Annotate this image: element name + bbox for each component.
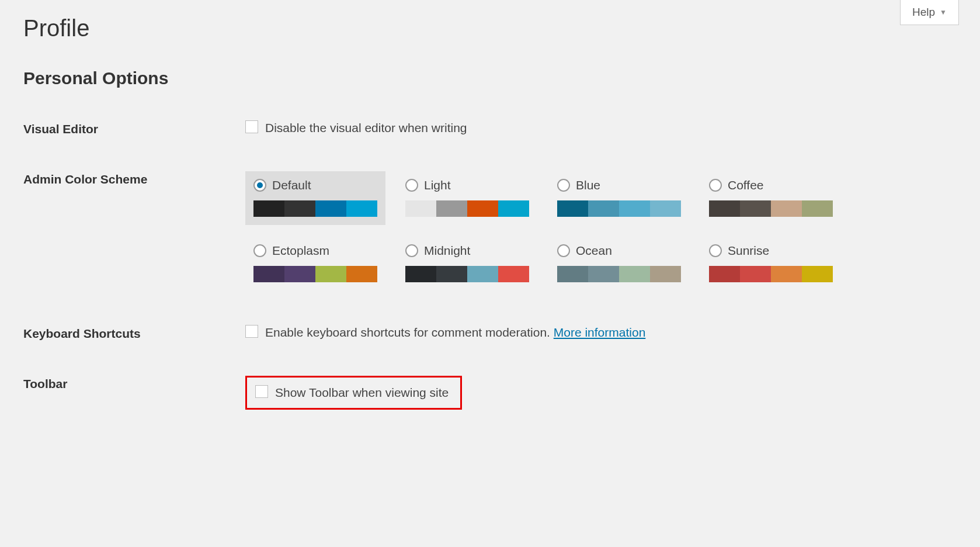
color-scheme-option-blue[interactable]: Blue [549,171,689,225]
toolbar-label: Toolbar [23,376,245,391]
keyboard-shortcuts-checkbox-label[interactable]: Enable keyboard shortcuts for comment mo… [265,326,645,340]
help-tab[interactable]: Help ▼ [900,0,959,25]
color-swatch [405,200,436,217]
color-swatches [253,200,377,217]
visual-editor-label: Visual Editor [23,121,245,136]
page-title: Profile [23,15,957,41]
color-swatches [253,266,377,282]
radio-icon [253,179,266,192]
color-swatch [315,200,346,217]
keyboard-shortcuts-label: Keyboard Shortcuts [23,326,245,341]
color-scheme-option-ectoplasm[interactable]: Ectoplasm [245,237,385,290]
color-swatch [557,200,588,217]
radio-icon [557,179,570,192]
color-swatch [436,200,467,217]
color-scheme-option-coffee[interactable]: Coffee [701,171,841,225]
chevron-down-icon: ▼ [940,8,947,16]
color-swatch [740,200,771,217]
color-swatch [498,266,529,282]
color-swatch [771,266,802,282]
color-scheme-option-label: Default [272,178,311,192]
color-scheme-option-label: Ocean [576,244,612,258]
color-swatch [284,200,315,217]
color-scheme-option-midnight[interactable]: Midnight [397,237,537,290]
color-swatch [253,266,284,282]
color-swatch [802,266,833,282]
radio-icon [405,179,418,192]
color-swatch [619,266,650,282]
color-swatch [650,266,681,282]
color-swatch [709,200,740,217]
visual-editor-checkbox[interactable] [245,120,258,133]
color-swatch [557,266,588,282]
color-swatch [315,266,346,282]
radio-icon [709,179,722,192]
color-swatch [771,200,802,217]
color-swatch [346,200,377,217]
color-swatch [284,266,315,282]
color-swatches [709,266,833,282]
color-swatch [405,266,436,282]
keyboard-shortcuts-more-link[interactable]: More information [554,326,646,339]
color-swatches [557,200,681,217]
color-swatch [650,200,681,217]
color-swatch [802,200,833,217]
color-scheme-option-label: Blue [576,178,600,192]
visual-editor-checkbox-label[interactable]: Disable the visual editor when writing [265,121,467,135]
help-label: Help [912,6,935,19]
toolbar-checkbox[interactable] [255,385,268,398]
color-swatches [405,200,529,217]
color-scheme-option-label: Midnight [424,244,470,258]
color-swatches [709,200,833,217]
color-swatch [619,200,650,217]
color-scheme-option-label: Light [424,178,451,192]
color-scheme-option-light[interactable]: Light [397,171,537,225]
radio-icon [405,244,418,257]
color-swatches [557,266,681,282]
color-scheme-option-ocean[interactable]: Ocean [549,237,689,290]
toolbar-checkbox-label[interactable]: Show Toolbar when viewing site [275,386,449,400]
color-swatch [436,266,467,282]
toolbar-highlight: Show Toolbar when viewing site [245,376,462,410]
color-scheme-option-label: Sunrise [728,244,769,258]
color-scheme-option-label: Coffee [728,178,764,192]
color-swatch [740,266,771,282]
color-swatch [709,266,740,282]
keyboard-shortcuts-checkbox[interactable] [245,325,258,338]
radio-icon [557,244,570,257]
color-swatch [467,266,498,282]
color-swatch [588,200,619,217]
color-scheme-label: Admin Color Scheme [23,171,245,186]
color-swatch [253,200,284,217]
color-scheme-option-label: Ectoplasm [272,244,329,258]
color-swatch [346,266,377,282]
color-scheme-option-default[interactable]: Default [245,171,385,225]
radio-icon [253,244,266,257]
keyboard-shortcuts-text: Enable keyboard shortcuts for comment mo… [265,326,554,339]
color-swatch [588,266,619,282]
color-swatches [405,266,529,282]
color-swatch [498,200,529,217]
radio-icon [709,244,722,257]
color-scheme-option-sunrise[interactable]: Sunrise [701,237,841,290]
color-swatch [467,200,498,217]
section-title: Personal Options [23,68,957,88]
